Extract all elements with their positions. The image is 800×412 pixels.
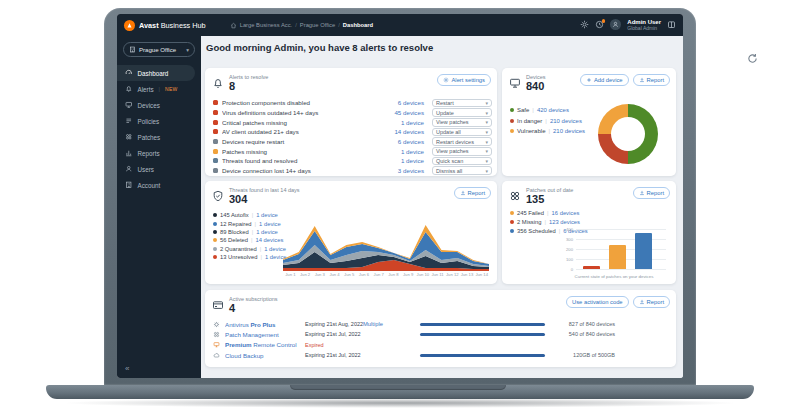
legend-dot-icon: [510, 211, 514, 215]
threats-card: Threats found in last 14 days 304 Report…: [205, 181, 497, 284]
brand-title: Avast Business Hub: [139, 21, 206, 30]
legend-devices-link[interactable]: 210 devices: [550, 118, 582, 124]
legend-row: 245 Failed|16 devices: [510, 208, 588, 217]
gridline: [576, 269, 666, 270]
progress-bar: [420, 323, 545, 326]
chevron-down-icon: ▾: [485, 148, 488, 154]
legend-row: 2 Missing|123 devices: [510, 217, 588, 226]
sidebar-item-devices[interactable]: Devices: [117, 97, 195, 113]
alert-devices-link[interactable]: 1 device: [401, 119, 424, 126]
legend-label: 145 Autofix: [220, 212, 249, 218]
subscription-multiple-link[interactable]: Multiple: [363, 321, 420, 327]
sidebar-item-users[interactable]: Users: [117, 161, 195, 177]
alert-text: Patches missing: [222, 148, 401, 155]
legend-devices-link[interactable]: 1 device: [259, 221, 281, 227]
breadcrumb-item[interactable]: Dashboard: [343, 22, 373, 28]
monitor-icon: [509, 75, 521, 87]
y-axis-tick-label: 0: [560, 267, 573, 272]
breadcrumb-item[interactable]: Prague Office: [300, 22, 335, 28]
subscription-row: Patch ManagementExpiring 21st Jul, 20225…: [205, 329, 676, 339]
alert-action-dropdown[interactable]: Update all▾: [432, 128, 492, 137]
console-switcher-icon[interactable]: [667, 20, 676, 29]
alert-devices-link[interactable]: 45 devices: [394, 109, 424, 116]
legend-separator: |: [548, 128, 550, 134]
threats-area-chart: [283, 223, 489, 271]
breadcrumb-item[interactable]: Large Business Acc.: [240, 22, 293, 28]
site-selector[interactable]: Prague Office ▾: [123, 42, 195, 57]
devices-count: 840: [526, 80, 546, 93]
download-icon: [639, 299, 645, 305]
devices-report-button[interactable]: Report: [633, 74, 670, 86]
bell-icon: [212, 75, 224, 87]
sidebar-item-account[interactable]: Account: [117, 177, 195, 193]
sidebar-collapse-icon[interactable]: «: [125, 364, 129, 373]
subscription-name-link[interactable]: Patch Management: [225, 331, 305, 338]
user-menu[interactable]: Admin User Global Admin: [627, 19, 661, 32]
legend-separator: |: [532, 107, 534, 113]
alert-severity-icon: [213, 110, 218, 115]
alert-action-dropdown[interactable]: Dismiss all▾: [432, 166, 492, 175]
alert-text: Critical patches missing: [222, 119, 401, 126]
subscription-name-link[interactable]: Cloud Backup: [225, 352, 305, 359]
use-activation-code-button[interactable]: Use activation code: [566, 296, 629, 308]
sidebar-item-dashboard[interactable]: Dashboard: [117, 65, 195, 81]
patches-icon: [125, 133, 133, 141]
x-axis-tick-label: Jun 13: [460, 272, 475, 277]
breadcrumb: Large Business Acc./Prague Office/Dashbo…: [230, 22, 373, 29]
legend-dot-icon: [510, 108, 514, 112]
notifications-icon[interactable]: [595, 20, 604, 29]
x-axis-tick-label: Jun 7: [371, 272, 386, 277]
sidebar-item-alerts[interactable]: Alerts|NEW: [117, 81, 195, 97]
legend-separator: |: [252, 229, 254, 235]
subscriptions-report-button[interactable]: Report: [633, 296, 670, 308]
chevron-down-icon: ▾: [485, 139, 488, 145]
alert-devices-link[interactable]: 6 devices: [398, 138, 424, 145]
progress-bar: [420, 333, 545, 336]
y-axis-tick-label: 300: [560, 237, 573, 242]
avatar[interactable]: [610, 19, 621, 30]
alert-devices-link[interactable]: 14 devices: [394, 128, 424, 135]
alert-action-dropdown[interactable]: View patches▾: [432, 147, 492, 156]
legend-separator: |: [260, 246, 262, 252]
legend-devices-link[interactable]: 1 device: [256, 212, 278, 218]
subscription-name-link[interactable]: Premium Remote Control: [225, 341, 305, 348]
legend-separator: |: [260, 254, 262, 260]
alert-devices-link[interactable]: 1 device: [401, 148, 424, 155]
subscription-name-link[interactable]: Antivirus Pro Plus: [225, 321, 305, 328]
legend-label: 89 Blocked: [220, 229, 249, 235]
subscriptions-card-label: Active subscriptions: [229, 296, 278, 302]
alert-severity-icon: [213, 168, 218, 173]
alert-action-dropdown[interactable]: Restart devices▾: [432, 137, 492, 146]
legend-devices-link[interactable]: 14 devices: [256, 237, 284, 243]
legend-devices-link[interactable]: 16 devices: [552, 210, 580, 216]
topbar-actions: Admin User Global Admin: [580, 19, 676, 32]
alert-devices-link[interactable]: 6 devices: [398, 99, 424, 106]
legend-devices-link[interactable]: 123 devices: [549, 219, 580, 225]
alert-action-dropdown[interactable]: View patches▾: [432, 118, 492, 127]
main-content: Good morning Admin, you have 8 alerts to…: [201, 36, 683, 378]
alert-severity-icon: [213, 120, 218, 125]
legend-separator: |: [547, 210, 549, 216]
alert-action-dropdown[interactable]: Update▾: [432, 108, 492, 117]
alert-action-dropdown[interactable]: Quick scan▾: [432, 157, 492, 166]
threats-report-button[interactable]: Report: [454, 187, 491, 199]
legend-devices-link[interactable]: 210 devices: [553, 128, 585, 134]
patches-report-button[interactable]: Report: [633, 187, 670, 199]
subscription-expiry: Expiring 21st Aug, 2022: [305, 321, 363, 327]
add-device-button[interactable]: Add device: [580, 74, 629, 86]
patches-icon: [509, 188, 521, 200]
legend-devices-link[interactable]: 420 devices: [537, 107, 569, 113]
settings-gear-icon[interactable]: [580, 20, 589, 29]
refresh-icon[interactable]: [747, 50, 758, 61]
legend-label: In danger: [517, 118, 542, 124]
alert-settings-button[interactable]: Alert settings: [437, 74, 491, 86]
alert-devices-link[interactable]: 3 devices: [398, 167, 424, 174]
sidebar-item-patches[interactable]: Patches: [117, 129, 195, 145]
subscription-progress: [420, 323, 545, 326]
sidebar-item-policies[interactable]: Policies: [117, 113, 195, 129]
sidebar-item-reports[interactable]: Reports: [117, 145, 195, 161]
alert-action-dropdown[interactable]: Restart▾: [432, 99, 492, 108]
alert-devices-link[interactable]: 1 device: [401, 157, 424, 164]
x-axis-tick-label: Jun 14: [474, 272, 489, 277]
legend-devices-link[interactable]: 1 device: [256, 229, 278, 235]
